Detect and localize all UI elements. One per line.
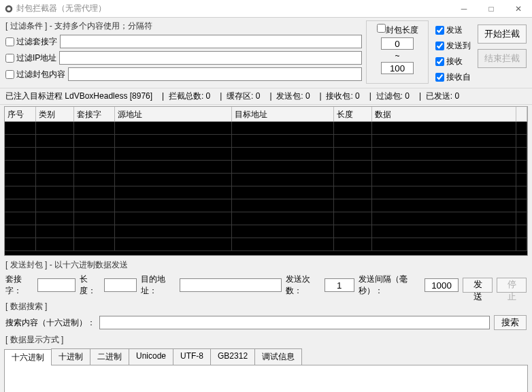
packet-length-from[interactable] [381, 37, 414, 50]
stop-capture-button: 结束拦截 [478, 49, 527, 68]
status-injected: 已注入目标进程 LdVBoxHeadless [8976] [5, 91, 152, 102]
filter-ip-check[interactable]: 过滤IP地址 [5, 52, 56, 64]
send-dst-input[interactable] [180, 278, 282, 292]
tab-unicode[interactable]: Unicode [129, 348, 173, 365]
search-header: [ 数据搜索 ] [5, 301, 527, 312]
search-button[interactable]: 搜索 [494, 315, 527, 330]
close-button[interactable]: ✕ [505, 0, 532, 18]
table-body[interactable] [5, 122, 527, 255]
check-recv[interactable]: 接收 [435, 56, 471, 67]
display-header: [ 数据显示方式 ] [5, 334, 527, 346]
packet-length-to[interactable] [381, 62, 414, 74]
tab-hex[interactable]: 十六进制 [4, 349, 52, 365]
status-bar: 已注入目标进程 LdVBoxHeadless [8976] | 拦截总数: 0 … [0, 88, 532, 105]
send-socket-label: 套接字： [5, 274, 33, 297]
filter-ip-input[interactable] [59, 51, 362, 65]
send-interval-input[interactable] [425, 278, 459, 292]
filter-header: [ 过滤条件 ] - 支持多个内容使用；分隔符 [5, 20, 362, 32]
packet-length-group: 封包长度 ~ [366, 20, 429, 84]
col-dst[interactable]: 目标地址 [232, 107, 334, 121]
tab-gb2312[interactable]: GB2312 [210, 348, 255, 365]
send-len-label: 长度： [80, 274, 100, 297]
display-tabs: 十六进制 十进制 二进制 Unicode UTF-8 GB2312 调试信息 [4, 348, 528, 365]
filter-socket-check[interactable]: 过滤套接字 [5, 36, 57, 48]
send-button[interactable]: 发送 [463, 278, 493, 293]
packet-table: 序号 类别 套接字 源地址 目标地址 长度 数据 [4, 106, 528, 256]
send-dst-label: 目的地址： [141, 274, 176, 297]
search-input[interactable] [99, 316, 490, 329]
packet-length-sep: ~ [395, 51, 399, 61]
filter-socket-input[interactable] [60, 35, 362, 48]
send-count-label: 发送次数： [286, 274, 320, 297]
col-scroll [516, 107, 527, 121]
send-packet-header: [ 发送封包 ] - 以十六进制数据发送 [5, 259, 527, 271]
search-label: 搜索内容（十六进制）： [5, 317, 95, 329]
col-len[interactable]: 长度 [334, 107, 372, 121]
check-send[interactable]: 发送 [435, 24, 471, 36]
tab-bin[interactable]: 二进制 [90, 348, 129, 365]
send-socket-input[interactable] [37, 278, 76, 292]
send-stop-button: 停止 [497, 278, 527, 293]
col-type[interactable]: 类别 [36, 107, 74, 121]
col-seq[interactable]: 序号 [5, 107, 36, 121]
send-len-input[interactable] [104, 278, 137, 292]
packet-length-check[interactable]: 封包长度 [377, 24, 418, 36]
tab-dec[interactable]: 十进制 [51, 348, 90, 365]
start-capture-button[interactable]: 开始拦截 [478, 24, 527, 44]
app-icon [4, 4, 14, 14]
maximize-button[interactable]: □ [478, 0, 505, 18]
title-bar: 封包拦截器（无需代理） ─ □ ✕ [0, 0, 532, 18]
filter-content-input[interactable] [68, 67, 362, 81]
window-title: 封包拦截器（无需代理） [16, 3, 450, 14]
svg-point-1 [7, 7, 10, 10]
col-data[interactable]: 数据 [372, 107, 516, 121]
send-interval-label: 发送间隔（毫秒）： [359, 274, 420, 297]
send-count-input[interactable] [325, 278, 354, 292]
data-display-area[interactable] [4, 365, 528, 392]
minimize-button[interactable]: ─ [450, 0, 478, 18]
col-src[interactable]: 源地址 [115, 107, 232, 121]
filter-content-check[interactable]: 过滤封包内容 [5, 69, 65, 80]
check-recvfrom[interactable]: 接收自 [435, 71, 471, 83]
col-socket[interactable]: 套接字 [74, 107, 115, 121]
tab-utf8[interactable]: UTF-8 [173, 348, 211, 365]
check-sendto[interactable]: 发送到 [435, 40, 471, 52]
tab-debug[interactable]: 调试信息 [254, 348, 302, 365]
